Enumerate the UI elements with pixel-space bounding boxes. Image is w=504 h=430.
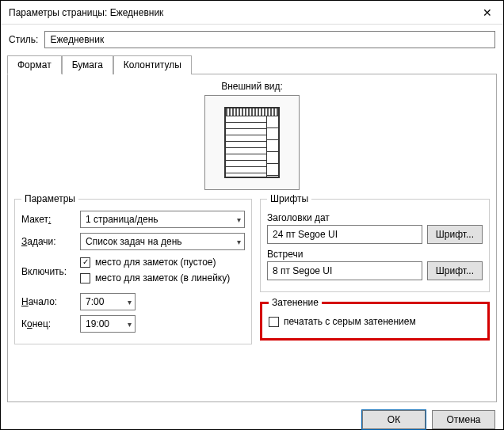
start-combo[interactable]: 7:00 ▾: [80, 293, 136, 310]
chevron-down-icon: ▾: [128, 298, 132, 306]
columns: Параметры Макет: 1 страница/день ▾ Задач…: [14, 193, 490, 349]
fonts-legend: Шрифты: [267, 193, 311, 204]
checkbox-notes-lined[interactable]: [80, 273, 90, 283]
thumb-header: [226, 108, 278, 116]
appointments-row: 8 пт Segoe UI Шрифт...: [267, 261, 483, 280]
checkbox-shading[interactable]: [269, 317, 279, 327]
tab-headers[interactable]: Колонтитулы: [113, 55, 192, 74]
tab-format-label: Формат: [17, 59, 52, 70]
thumb-lines: [226, 116, 267, 177]
params-group: Параметры Макет: 1 страница/день ▾ Задач…: [14, 193, 252, 344]
shading-legend: Затенение: [269, 297, 322, 308]
layout-value: 1 страница/день: [86, 214, 158, 225]
thumb-body: [226, 116, 278, 177]
layout-label: Макет:: [21, 214, 75, 225]
dialog-window: Параметры страницы: Ежедневник ✕ Стиль: …: [0, 0, 504, 430]
include-notes-blank-label: место для заметок (пустое): [95, 257, 216, 268]
preview-area: Внешний вид:: [14, 81, 490, 190]
tab-panel-format: Внешний вид: Параметры: [7, 74, 497, 402]
include-notes-blank-row[interactable]: место для заметок (пустое): [80, 257, 245, 268]
shading-group: Затенение печатать с серым затенением: [260, 297, 490, 341]
tasks-value: Список задач на день: [86, 236, 182, 247]
include-options: место для заметок (пустое) место для зам…: [80, 255, 245, 288]
include-label-row: Включить: место для заметок (пустое) мес…: [21, 255, 245, 288]
window-title: Параметры страницы: Ежедневник: [9, 7, 472, 18]
checkbox-notes-blank[interactable]: [80, 257, 90, 268]
chevron-down-icon: ▾: [237, 238, 241, 246]
preview-label: Внешний вид:: [14, 81, 490, 92]
close-icon: ✕: [483, 6, 492, 19]
tab-headers-label: Колонтитулы: [124, 59, 181, 70]
date-headers-row: 24 пт Segoe UI Шрифт...: [267, 225, 483, 244]
include-notes-lined-row[interactable]: место для заметок (в линейку): [80, 272, 245, 283]
thumb-side: [267, 116, 278, 177]
date-headers-value: 24 пт Segoe UI: [267, 225, 422, 244]
shading-check-row[interactable]: печатать с серым затенением: [269, 316, 481, 327]
page-thumbnail: [224, 107, 280, 178]
end-value: 19:00: [86, 318, 109, 329]
chevron-down-icon: ▾: [128, 320, 132, 329]
tab-paper[interactable]: Бумага: [62, 55, 113, 74]
tasks-label: Задачи:: [21, 236, 75, 247]
tasks-row: Задачи: Список задач на день ▾: [21, 233, 245, 250]
preview-box: [204, 95, 300, 190]
end-label: Конец:: [21, 318, 75, 329]
style-label: Стиль:: [9, 34, 38, 45]
appointments-value: 8 пт Segoe UI: [267, 261, 422, 280]
tab-strip: Формат Бумага Колонтитулы: [7, 55, 497, 74]
tasks-combo[interactable]: Список задач на день ▾: [80, 233, 245, 250]
start-label: Начало:: [21, 296, 75, 307]
fonts-group: Шрифты Заголовки дат 24 пт Segoe UI Шриф…: [260, 193, 490, 292]
end-combo[interactable]: 19:00 ▾: [80, 315, 136, 333]
style-input[interactable]: [44, 31, 495, 48]
tab-paper-label: Бумага: [72, 59, 103, 70]
include-notes-lined-label: место для заметок (в линейку): [95, 272, 230, 283]
date-headers-label: Заголовки дат: [267, 212, 483, 223]
right-column: Шрифты Заголовки дат 24 пт Segoe UI Шриф…: [260, 193, 490, 349]
date-headers-font-button[interactable]: Шрифт...: [427, 225, 483, 244]
params-legend: Параметры: [21, 193, 78, 204]
start-row: Начало: 7:00 ▾: [21, 293, 245, 310]
chevron-down-icon: ▾: [237, 215, 241, 224]
style-row: Стиль:: [1, 25, 503, 55]
titlebar: Параметры страницы: Ежедневник ✕: [1, 1, 503, 25]
layout-row: Макет: 1 страница/день ▾: [21, 211, 245, 228]
close-button[interactable]: ✕: [472, 1, 503, 25]
layout-combo[interactable]: 1 страница/день ▾: [80, 211, 245, 228]
end-row: Конец: 19:00 ▾: [21, 315, 245, 333]
dialog-footer: ОК Отмена: [1, 402, 503, 430]
appointments-font-button[interactable]: Шрифт...: [427, 261, 483, 280]
left-column: Параметры Макет: 1 страница/день ▾ Задач…: [14, 193, 252, 349]
tab-format[interactable]: Формат: [7, 55, 62, 74]
include-label: Включить:: [21, 266, 75, 277]
start-value: 7:00: [86, 296, 104, 307]
cancel-button[interactable]: Отмена: [432, 410, 495, 429]
shading-label: печатать с серым затенением: [284, 316, 416, 327]
ok-button[interactable]: ОК: [362, 410, 426, 429]
appointments-label: Встречи: [267, 249, 483, 260]
tabs-container: Формат Бумага Колонтитулы Внешний вид:: [1, 55, 503, 402]
